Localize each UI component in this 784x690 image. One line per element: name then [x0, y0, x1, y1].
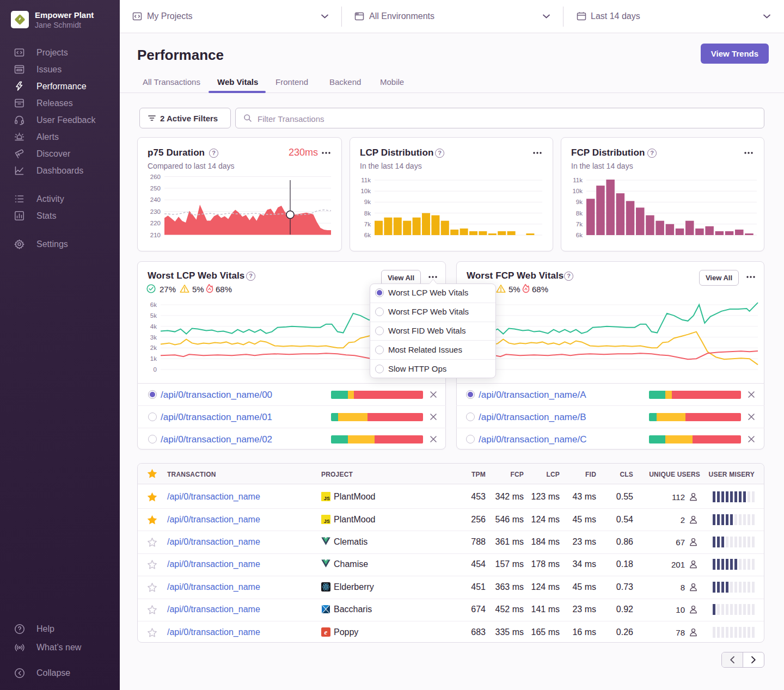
svg-text:11k: 11k	[573, 177, 583, 183]
svg-text:5k: 5k	[150, 312, 157, 319]
svg-text:240: 240	[150, 196, 161, 203]
svg-text:1k: 1k	[150, 355, 157, 362]
svg-text:6k: 6k	[150, 301, 157, 308]
svg-text:JS: JS	[324, 519, 330, 524]
svg-text:220: 220	[150, 220, 161, 226]
svg-text:JS: JS	[324, 496, 330, 501]
svg-text:8k: 8k	[364, 210, 371, 217]
svg-text:230: 230	[150, 208, 161, 215]
svg-text:9k: 9k	[364, 199, 371, 205]
svg-text:250: 250	[150, 185, 161, 192]
svg-text:2k: 2k	[150, 344, 157, 351]
svg-text:7k: 7k	[364, 221, 371, 227]
svg-text:260: 260	[150, 174, 161, 180]
svg-text:8k: 8k	[576, 210, 583, 217]
svg-text:10k: 10k	[360, 188, 371, 194]
svg-text:7k: 7k	[576, 221, 583, 227]
svg-text:e: e	[324, 628, 328, 636]
svg-text:11k: 11k	[361, 177, 371, 183]
svg-text:4k: 4k	[150, 323, 157, 330]
svg-text:0: 0	[154, 366, 157, 373]
svg-text:6k: 6k	[576, 232, 583, 238]
svg-text:3k: 3k	[150, 334, 157, 341]
svg-text:9k: 9k	[576, 199, 583, 205]
svg-text:10k: 10k	[572, 188, 583, 194]
svg-text:210: 210	[150, 232, 161, 238]
svg-text:6k: 6k	[364, 232, 371, 238]
